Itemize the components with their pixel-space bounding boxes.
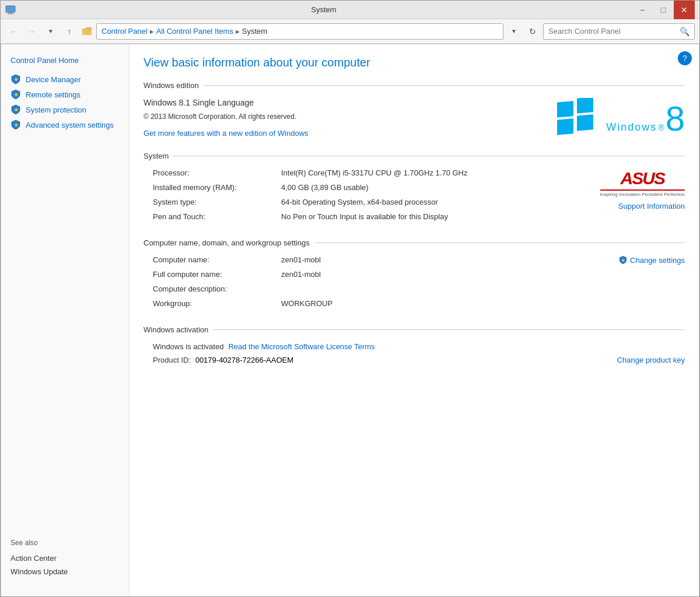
- svg-text:★: ★: [14, 77, 19, 82]
- svg-rect-1: [8, 12, 13, 13]
- see-also-label: See also: [1, 529, 129, 552]
- ram-value: 4,00 GB (3,89 GB usable): [281, 183, 592, 192]
- svg-rect-8: [557, 101, 573, 117]
- type-row: System type: 64-bit Operating System, x6…: [144, 198, 592, 206]
- sidebar-item-action-center[interactable]: Action Center: [1, 552, 129, 565]
- type-value: 64-bit Operating System, x64-based proce…: [281, 198, 592, 206]
- product-id-row: Product ID: 00179-40278-72266-AAOEM Chan…: [144, 356, 685, 364]
- processor-row: Processor: Intel(R) Core(TM) i5-3317U CP…: [144, 168, 592, 177]
- sidebar-item-protection-label: System protection: [26, 106, 86, 114]
- windows-edition-label: Windows edition: [144, 81, 204, 90]
- processor-label: Processor:: [153, 168, 281, 177]
- sidebar-item-device-manager-label: Device Manager: [26, 75, 81, 84]
- change-product-key-link[interactable]: Change product key: [617, 356, 685, 364]
- activation-section-label: Windows activation: [144, 325, 213, 334]
- close-button[interactable]: ✕: [674, 1, 695, 19]
- dropdown-button[interactable]: ▼: [506, 23, 522, 40]
- sidebar-item-windows-update[interactable]: Windows Update: [1, 565, 129, 578]
- support-information-link[interactable]: Support Information: [618, 202, 685, 210]
- sidebar-home-link[interactable]: Control Panel Home: [10, 56, 79, 65]
- windows-brand: Windows: [606, 121, 657, 134]
- action-center-label: Action Center: [10, 554, 57, 563]
- up-button[interactable]: ↑: [61, 23, 78, 40]
- sidebar-item-advanced-settings[interactable]: ★ Advanced system settings: [1, 117, 129, 132]
- full-name-row: Full computer name: zen01-mobl: [144, 270, 618, 279]
- refresh-button[interactable]: ↻: [524, 23, 541, 40]
- desc-row: Computer description:: [144, 285, 618, 293]
- product-id-label: Product ID:: [153, 356, 191, 364]
- asus-support-area: ASUS Inspiring Innovation Persistent Per…: [592, 168, 685, 210]
- shield-icon-advanced: ★: [10, 120, 21, 130]
- computer-icon: [5, 5, 16, 15]
- upgrade-link[interactable]: Get more features with a new edition of …: [144, 129, 309, 138]
- change-settings-area: ★ Change settings: [618, 255, 685, 265]
- sidebar-item-remote-settings[interactable]: ★ Remote settings: [1, 87, 129, 102]
- svg-text:★: ★: [14, 92, 19, 97]
- edition-info: Windows 8.1 Single Language © 2013 Micro…: [144, 98, 555, 138]
- breadcrumb-current: System: [242, 27, 267, 36]
- computer-name-section-label: Computer name, domain, and workgroup set…: [144, 238, 314, 247]
- search-input[interactable]: [548, 27, 680, 36]
- back-button[interactable]: ←: [5, 23, 22, 40]
- touch-value: No Pen or Touch Input is available for t…: [281, 212, 592, 221]
- comp-name-value: zen01-mobl: [281, 255, 618, 264]
- license-link[interactable]: Read the Microsoft Software License Term…: [228, 342, 374, 351]
- computer-name-header: Computer name, domain, and workgroup set…: [144, 238, 685, 247]
- svg-text:★: ★: [14, 107, 19, 113]
- edition-divider: [204, 85, 685, 86]
- product-id-value: 00179-40278-72266-AAOEM: [195, 356, 293, 364]
- workgroup-row: Workgroup: WORKGROUP: [144, 299, 618, 308]
- breadcrumb-bar[interactable]: Control Panel ► All Control Panel Items …: [96, 23, 503, 40]
- windows-superscript: ®: [658, 123, 664, 132]
- sidebar-nav: ★ Device Manager ★ Remote settings: [1, 72, 129, 132]
- comp-name-row: Computer name: zen01-mobl: [144, 255, 618, 264]
- computer-name-divider: [314, 243, 685, 243]
- svg-text:★: ★: [621, 258, 625, 262]
- shield-icon-remote: ★: [10, 89, 21, 100]
- asus-tagline: Inspiring Innovation Persistent Perfecti…: [600, 192, 685, 197]
- windows-version: 8: [666, 101, 685, 136]
- svg-rect-10: [557, 118, 573, 135]
- full-name-value: zen01-mobl: [281, 270, 618, 279]
- svg-rect-0: [6, 6, 15, 12]
- forward-button[interactable]: →: [24, 23, 40, 40]
- breadcrumb-control-panel[interactable]: Control Panel: [102, 27, 148, 36]
- folder-icon: [81, 26, 93, 37]
- sidebar-item-remote-label: Remote settings: [26, 90, 80, 99]
- sidebar-item-advanced-label: Advanced system settings: [26, 121, 114, 129]
- sidebar-item-device-manager[interactable]: ★ Device Manager: [1, 72, 129, 87]
- edition-copyright: © 2013 Microsoft Corporation. All rights…: [144, 112, 555, 122]
- help-button[interactable]: ?: [678, 51, 692, 65]
- svg-rect-11: [577, 114, 593, 131]
- minimize-button[interactable]: −: [632, 1, 653, 19]
- change-settings-link[interactable]: Change settings: [630, 256, 685, 265]
- windows-flag-icon: [555, 98, 597, 140]
- maximize-button[interactable]: □: [653, 1, 674, 19]
- system-info-area: Processor: Intel(R) Core(TM) i5-3317U CP…: [144, 168, 685, 227]
- window-title: System: [16, 5, 632, 14]
- computer-name-area: Computer name: zen01-mobl Full computer …: [144, 255, 685, 314]
- breadcrumb-all-items[interactable]: All Control Panel Items: [156, 27, 233, 36]
- processor-value: Intel(R) Core(TM) i5-3317U CPU @ 1.70GHz…: [281, 168, 592, 177]
- svg-rect-2: [7, 13, 14, 15]
- sidebar: Control Panel Home ★ Device Manager: [1, 44, 130, 597]
- addressbar: ← → ▼ ↑ Control Panel ► All Control Pane…: [1, 19, 699, 44]
- dropdown-arrow[interactable]: ▼: [43, 23, 59, 40]
- sidebar-item-system-protection[interactable]: ★ System protection: [1, 102, 129, 117]
- system-section-label: System: [144, 152, 173, 160]
- full-name-label: Full computer name:: [153, 270, 281, 279]
- shield-icon-device: ★: [10, 74, 21, 85]
- workgroup-label: Workgroup:: [153, 299, 281, 308]
- activation-area: Windows is activated Read the Microsoft …: [144, 342, 685, 364]
- svg-rect-9: [577, 98, 593, 114]
- windows-edition-header: Windows edition: [144, 81, 685, 90]
- touch-row: Pen and Touch: No Pen or Touch Input is …: [144, 212, 592, 221]
- search-icon: 🔍: [680, 27, 690, 36]
- search-bar[interactable]: 🔍: [543, 23, 695, 40]
- system-divider: [173, 156, 685, 156]
- asus-logo-text: ASUS: [600, 168, 685, 191]
- main-window: Control Panel Home ★ Device Manager: [1, 44, 699, 597]
- ram-label: Installed memory (RAM):: [153, 183, 281, 192]
- workgroup-value: WORKGROUP: [281, 299, 618, 308]
- comp-name-label: Computer name:: [153, 255, 281, 264]
